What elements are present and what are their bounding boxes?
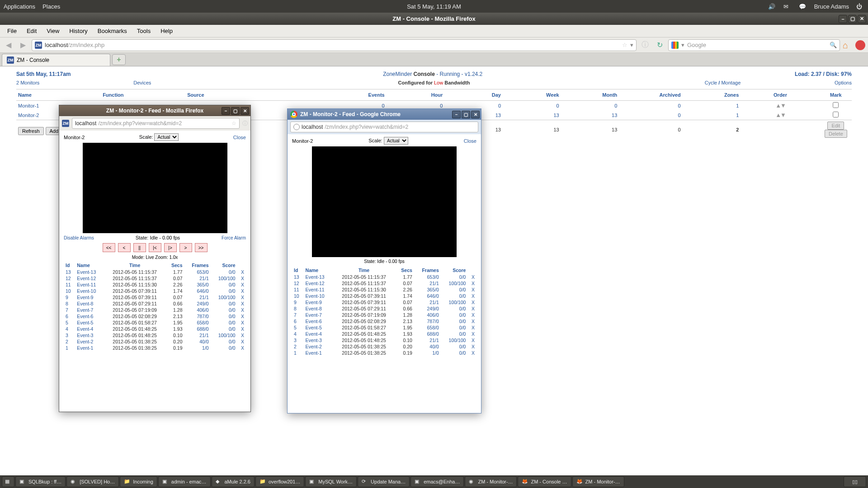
maximize-button[interactable]: ▢ [462,111,470,118]
user-menu[interactable]: Bruce Adams [814,3,849,10]
event-score[interactable]: 0/0 [211,345,237,351]
menu-bookmarks[interactable]: Bookmarks [93,26,132,36]
disable-alarms-link[interactable]: Disable Alarms [64,235,94,240]
task-item[interactable]: ▣emacs@Enha… [410,476,464,487]
rewind-button[interactable]: < [118,243,131,252]
event-score[interactable]: 0/0 [441,324,468,331]
event-frames[interactable]: 406/0 [184,307,211,313]
event-id[interactable]: 6 [292,318,304,324]
task-item[interactable]: ▣admin - emac… [158,476,211,487]
back-button[interactable]: ◀ [3,39,14,51]
event-delete[interactable]: X [237,313,246,319]
shutdown-icon[interactable]: ⏻ [856,3,864,9]
event-score[interactable]: 0/0 [211,269,237,275]
event-name[interactable]: Event-13 [75,269,104,275]
menu-tools[interactable]: Tools [132,26,155,36]
event-id[interactable]: 7 [64,307,75,313]
maximize-button[interactable]: ▢ [231,107,240,115]
close-link[interactable]: Close [233,135,246,140]
event-name[interactable]: Event-5 [75,319,104,326]
event-frames[interactable]: 406/0 [414,312,441,318]
video-feed[interactable] [83,143,227,233]
event-delete[interactable]: X [237,307,246,313]
menu-help[interactable]: Help [156,26,177,36]
task-item[interactable]: ◉[SOLVED] Ho… [66,476,119,487]
task-item[interactable]: 🦊ZM - Monitor-… [572,476,624,487]
event-score[interactable]: 0/0 [211,288,237,294]
volume-icon[interactable]: 🔊 [768,3,776,9]
event-frames[interactable]: 653/0 [414,274,441,280]
event-name[interactable]: Event-7 [304,312,333,318]
event-score[interactable]: 0/0 [211,282,237,288]
workspace-switcher[interactable]: ▯▯ [844,476,866,487]
col-events[interactable]: Events [323,89,386,101]
event-score[interactable]: 0/0 [211,326,237,332]
col-zones[interactable]: Zones [683,89,741,101]
bandwidth-link[interactable]: Low [434,80,443,85]
col-week[interactable]: Week [503,89,561,101]
task-item[interactable]: ⟳Update Mana… [358,476,410,487]
task-item[interactable]: ◉ZM - Monitor-… [465,476,517,487]
options-link[interactable]: Options [835,80,852,85]
event-id[interactable]: 1 [64,345,75,351]
col-name[interactable]: Name [16,89,101,101]
event-delete[interactable]: X [467,350,476,356]
feed-icon[interactable]: ⓘ [242,120,248,127]
event-name[interactable]: Event-11 [75,282,104,288]
event-delete[interactable]: X [237,275,246,282]
applications-menu[interactable]: Applications [4,3,35,10]
event-frames[interactable]: 688/0 [184,326,211,332]
event-id[interactable]: 10 [292,293,304,299]
search-go-icon[interactable]: 🔍 [830,42,837,48]
event-frames[interactable]: 249/0 [414,305,441,312]
forward-fast-button[interactable]: >> [195,243,208,252]
event-delete[interactable]: X [467,293,476,299]
bookmark-star-icon[interactable]: ☆ [622,42,627,48]
event-id[interactable]: 5 [64,319,75,326]
event-score[interactable]: 0/0 [441,286,468,293]
event-frames[interactable]: 365/0 [184,282,211,288]
event-score[interactable]: 100/100 [211,294,237,300]
event-delete[interactable]: X [467,343,476,350]
close-link[interactable]: Close [464,138,476,144]
close-button[interactable]: ✕ [471,111,480,118]
clock[interactable]: Sat 5 May, 11:19 AM [407,3,461,10]
event-name[interactable]: Event-10 [304,293,333,299]
event-id[interactable]: 3 [64,332,75,338]
event-id[interactable]: 2 [64,338,75,345]
event-name[interactable]: Event-4 [75,326,104,332]
event-name[interactable]: Event-12 [304,280,333,286]
event-delete[interactable]: X [467,299,476,305]
event-delete[interactable]: X [467,312,476,318]
event-id[interactable]: 4 [292,331,304,337]
event-delete[interactable]: X [237,338,246,345]
event-frames[interactable]: 365/0 [414,286,441,293]
col-function[interactable]: Function [101,89,185,101]
force-alarm-link[interactable]: Force Alarm [222,235,246,240]
event-delete[interactable]: X [467,286,476,293]
cycle-link[interactable]: Cycle [705,80,717,85]
forward-button[interactable]: ▶ [17,39,29,51]
event-name[interactable]: Event-9 [75,294,104,300]
event-score[interactable]: 0/0 [441,318,468,324]
scale-select[interactable]: Actual [154,133,179,141]
event-delete[interactable]: X [467,318,476,324]
video-feed[interactable] [312,146,457,257]
event-score[interactable]: 0/0 [441,293,468,299]
event-id[interactable]: 12 [292,280,304,286]
event-frames[interactable]: 787/0 [414,318,441,324]
maximize-button[interactable]: ▢ [848,15,857,23]
event-name[interactable]: Event-11 [304,286,333,293]
event-delete[interactable]: X [237,282,246,288]
event-name[interactable]: Event-8 [75,300,104,307]
task-item[interactable]: ◆aMule 2.2.6 [212,476,255,487]
event-score[interactable]: 0/0 [441,312,468,318]
event-frames[interactable]: 21/1 [184,294,211,300]
event-delete[interactable]: X [467,324,476,331]
event-score[interactable]: 100/100 [441,337,468,343]
delete-button[interactable]: Delete [825,130,847,138]
running-link[interactable]: Running [440,71,460,77]
event-frames[interactable]: 21/1 [184,275,211,282]
popup-urlbar[interactable]: localhost/zm/index.php?view=watch&mid=2 … [72,118,240,129]
event-name[interactable]: Event-1 [304,350,333,356]
